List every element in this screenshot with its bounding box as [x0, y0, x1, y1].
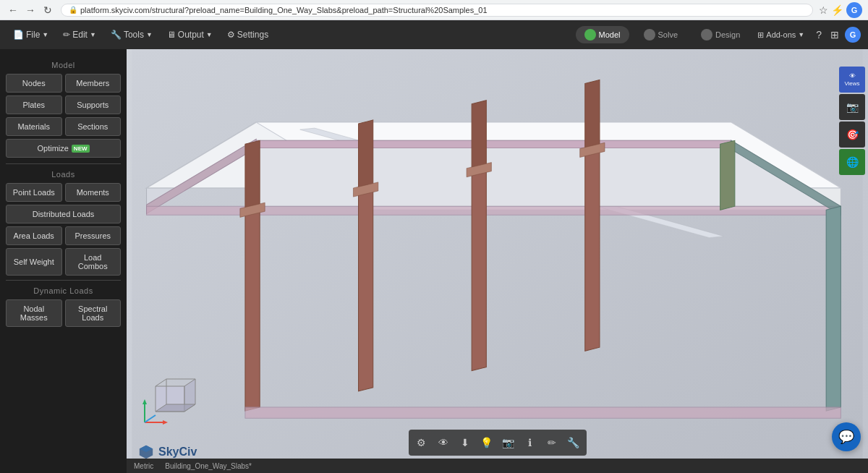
addons-button[interactable]: ⊞ Add-ons ▼ — [752, 27, 810, 43]
optimize-button[interactable]: Optimize NEW — [6, 139, 121, 158]
pencil-icon: ✏ — [63, 30, 70, 40]
user-initial: G — [851, 6, 858, 14]
chevron-down-icon: ▼ — [798, 31, 804, 38]
svg-marker-29 — [585, 80, 600, 153]
loads-buttons-row4: Self Weight Load Combos — [6, 248, 121, 276]
3d-canvas[interactable]: 👁 Views 📷 🎯 🌐 — [127, 49, 868, 473]
browser-actions[interactable]: ☆ ⚡ G — [819, 2, 862, 18]
chevron-down-icon: ▼ — [146, 31, 153, 38]
info-vp-button[interactable]: ℹ — [520, 432, 540, 453]
loads-buttons-row3: Area Loads Pressures — [6, 226, 121, 245]
down-vp-button[interactable]: ⬇ — [455, 432, 475, 453]
svg-marker-28 — [472, 101, 486, 174]
user-profile-avatar[interactable]: G — [845, 27, 861, 43]
structure-svg — [127, 49, 868, 473]
output-icon: 🖥 — [167, 30, 176, 40]
loads-section-title: Loads — [6, 170, 121, 179]
nodal-masses-button[interactable]: Nodal Masses — [6, 299, 62, 327]
distributed-loads-button[interactable]: Distributed Loads — [6, 205, 121, 223]
self-weight-button[interactable]: Self Weight — [6, 248, 62, 276]
orientation-cube[interactable] — [141, 372, 199, 430]
settings-menu[interactable]: ⚙ Settings — [221, 27, 274, 43]
svg-marker-26 — [245, 140, 260, 213]
bookmark-button[interactable]: ☆ — [819, 2, 828, 18]
viewport-toolbar: ⚙ 👁 ⬇ 💡 📷 ℹ ✏ 🔧 — [409, 430, 587, 456]
chat-icon: 💬 — [838, 429, 854, 445]
moments-button[interactable]: Moments — [65, 183, 122, 202]
globe-button[interactable]: 🌐 — [839, 149, 865, 175]
output-menu[interactable]: 🖥 Output ▼ — [161, 27, 218, 43]
edit-menu[interactable]: ✏ Edit ▼ — [57, 27, 102, 43]
svg-line-47 — [145, 415, 156, 422]
reload-button[interactable]: ↻ — [41, 3, 55, 17]
apps-button[interactable]: ⊞ — [827, 26, 842, 43]
main-layout: Model Nodes Members Plates Supports Mate… — [0, 49, 868, 473]
skyciv-logo: SkyCiv — [138, 444, 197, 460]
sections-button[interactable]: Sections — [65, 117, 122, 136]
target-button[interactable]: 🎯 — [839, 122, 865, 148]
dynamic-divider — [6, 280, 121, 281]
svg-marker-16 — [256, 140, 731, 148]
nodes-button[interactable]: Nodes — [6, 74, 62, 93]
model-buttons-row2: Plates Supports — [6, 95, 121, 114]
3d-viewport[interactable]: 👁 Views 📷 🎯 🌐 — [127, 49, 868, 473]
screenshot-button[interactable]: 📷 — [839, 94, 865, 120]
extensions-button[interactable]: ⚡ — [831, 2, 843, 18]
design-dot — [701, 29, 712, 41]
tool-vp-button[interactable]: 🔧 — [563, 432, 584, 453]
loads-divider — [6, 163, 121, 164]
right-panel: 👁 Views 📷 🎯 🌐 — [836, 64, 868, 178]
app-toolbar: 📄 File ▼ ✏ Edit ▼ 🔧 Tools ▼ 🖥 Output ▼ ⚙… — [0, 20, 868, 49]
model-section-title: Model — [6, 61, 121, 69]
dynamic-buttons-row1: Nodal Masses Spectral Loads — [6, 299, 121, 327]
members-button[interactable]: Members — [65, 74, 122, 93]
camera-icon: 📷 — [846, 101, 859, 113]
eye-vp-button[interactable]: 👁 — [433, 432, 454, 453]
globe-icon: 🌐 — [846, 156, 859, 168]
file-icon: 📄 — [13, 30, 24, 40]
tools-menu[interactable]: 🔧 Tools ▼ — [105, 27, 158, 43]
workflow-tabs: Model Solve Design — [576, 26, 749, 43]
plates-button[interactable]: Plates — [6, 95, 62, 114]
browser-navigation[interactable]: ← → ↻ — [6, 3, 55, 17]
url-bar[interactable]: 🔒 platform.skyciv.com/structural?preload… — [61, 4, 813, 17]
svg-marker-24 — [472, 166, 486, 371]
svg-line-40 — [156, 379, 166, 386]
tab-solve[interactable]: Solve — [635, 26, 687, 43]
back-button[interactable]: ← — [6, 3, 20, 17]
spectral-loads-button[interactable]: Spectral Loads — [65, 299, 122, 327]
svg-marker-31 — [826, 206, 841, 411]
point-loads-button[interactable]: Point Loads — [6, 183, 62, 202]
supports-button[interactable]: Supports — [65, 95, 122, 114]
model-dot — [584, 29, 596, 41]
materials-button[interactable]: Materials — [6, 117, 62, 136]
user-avatar[interactable]: G — [846, 2, 862, 18]
new-badge: NEW — [72, 145, 90, 153]
pressures-button[interactable]: Pressures — [65, 226, 122, 245]
skyciv-logo-icon — [138, 444, 154, 460]
dynamic-section-title: Dynamic Loads — [6, 286, 121, 295]
chat-button[interactable]: 💬 — [832, 422, 861, 451]
url-text: platform.skyciv.com/structural?preload_n… — [80, 6, 488, 14]
forward-button[interactable]: → — [23, 3, 38, 17]
browser-bar: ← → ↻ 🔒 platform.skyciv.com/structural?p… — [0, 0, 868, 20]
camera-vp-button[interactable]: 📷 — [498, 432, 519, 453]
tab-design[interactable]: Design — [692, 26, 749, 43]
area-loads-button[interactable]: Area Loads — [6, 226, 62, 245]
edit-vp-button[interactable]: ✏ — [542, 432, 562, 453]
svg-marker-27 — [359, 120, 373, 194]
loads-buttons-row1: Point Loads Moments — [6, 183, 121, 202]
model-buttons-row3: Materials Sections — [6, 117, 121, 136]
light-vp-button[interactable]: 💡 — [477, 432, 497, 453]
settings-vp-button[interactable]: ⚙ — [412, 432, 432, 453]
svg-marker-25 — [585, 146, 600, 351]
chevron-down-icon: ▼ — [42, 31, 48, 38]
load-combos-button[interactable]: Load Combos — [65, 248, 122, 276]
help-button[interactable]: ? — [813, 26, 825, 43]
target-icon: 🎯 — [846, 129, 859, 140]
solve-dot — [644, 29, 655, 41]
views-button[interactable]: 👁 Views — [839, 67, 865, 93]
file-menu[interactable]: 📄 File ▼ — [7, 27, 54, 43]
tab-model[interactable]: Model — [576, 26, 629, 43]
gear-icon: ⚙ — [227, 30, 235, 40]
